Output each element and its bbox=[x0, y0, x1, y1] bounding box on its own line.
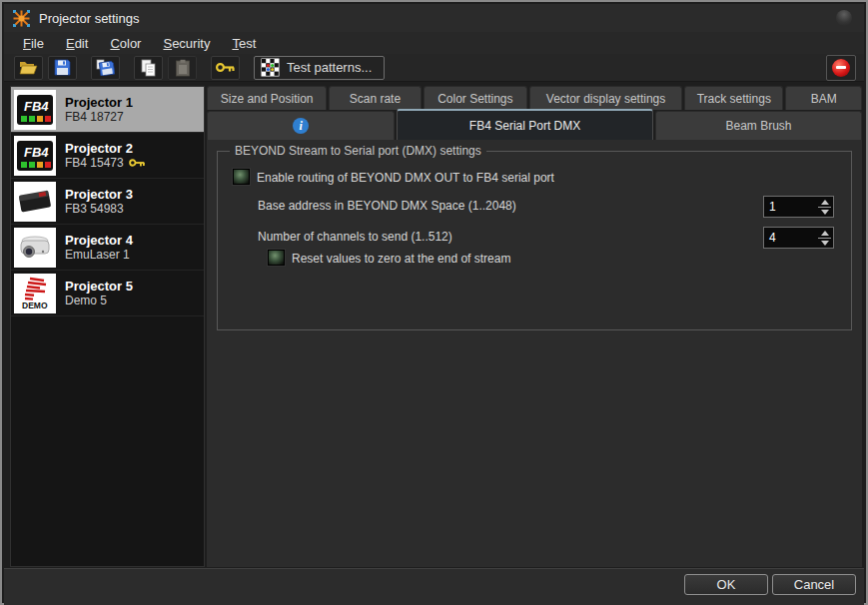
open-button[interactable] bbox=[14, 56, 43, 80]
save-as-floppy-icon bbox=[96, 59, 115, 76]
fb3-device-icon bbox=[14, 182, 56, 222]
projector-list-item-1[interactable]: FB4 Projector 1 FB4 18727 bbox=[11, 87, 204, 133]
dmx-settings-group: BEYOND Stream to Serial port (DMX) setti… bbox=[217, 151, 852, 330]
projector-name: Projector 5 bbox=[65, 279, 133, 294]
cancel-button[interactable]: Cancel bbox=[772, 574, 856, 595]
projector-settings-window: Projector settings File Edit Color Secur… bbox=[0, 0, 868, 605]
svg-text:FB4: FB4 bbox=[24, 145, 49, 160]
remove-projector-button[interactable] bbox=[826, 55, 856, 81]
copy-button[interactable] bbox=[134, 56, 163, 80]
test-patterns-button[interactable]: Test patterns... bbox=[254, 56, 385, 80]
projector-subtitle: FB3 54983 bbox=[65, 202, 124, 217]
channels-value: 4 bbox=[764, 228, 816, 248]
menu-file[interactable]: File bbox=[12, 34, 55, 53]
base-address-value: 1 bbox=[764, 197, 816, 217]
svg-text:DEMO: DEMO bbox=[22, 301, 48, 310]
save-as-button[interactable] bbox=[91, 56, 120, 80]
open-folder-icon bbox=[19, 60, 38, 75]
projector-list-item-4[interactable]: Projector 4 EmuLaser 1 bbox=[11, 225, 204, 271]
locked-key-icon bbox=[129, 158, 146, 168]
laser-burst-icon bbox=[12, 9, 31, 28]
reset-values-checkbox[interactable] bbox=[268, 250, 285, 266]
projector-list: FB4 Projector 1 FB4 18727 FB4 bbox=[10, 86, 205, 567]
menu-security[interactable]: Security bbox=[152, 34, 221, 53]
tab-bam[interactable]: BAM bbox=[785, 86, 862, 110]
tab-vector-display-settings[interactable]: Vector display settings bbox=[529, 86, 682, 110]
enable-routing-label: Enable routing of BEYOND DMX OUT to FB4 … bbox=[257, 171, 554, 185]
security-key-button[interactable] bbox=[211, 56, 240, 80]
fb4-device-icon: FB4 bbox=[14, 90, 56, 130]
tab-color-settings[interactable]: Color Settings bbox=[424, 86, 527, 110]
projector-name: Projector 1 bbox=[65, 95, 133, 110]
ok-button[interactable]: OK bbox=[684, 574, 768, 595]
channels-label: Number of channels to send (1..512) bbox=[258, 230, 452, 244]
spin-down-icon[interactable] bbox=[821, 210, 829, 215]
menu-color[interactable]: Color bbox=[99, 34, 152, 53]
emulaser-device-icon bbox=[14, 228, 56, 268]
channels-spin-arrows[interactable] bbox=[816, 228, 833, 248]
window-title: Projector settings bbox=[39, 11, 139, 26]
paste-clipboard-icon bbox=[175, 59, 191, 77]
copy-pages-icon bbox=[140, 59, 157, 77]
projector-subtitle: EmuLaser 1 bbox=[65, 248, 130, 263]
tab-row-1: Size and Position Scan rate Color Settin… bbox=[207, 86, 862, 110]
projector-subtitle: Demo 5 bbox=[65, 294, 107, 308]
tab-size-and-position[interactable]: Size and Position bbox=[207, 86, 327, 110]
projector-list-item-2[interactable]: FB4 Projector 2 FB4 15473 bbox=[11, 133, 204, 179]
footer-bar: OK Cancel bbox=[4, 568, 864, 605]
projector-subtitle: FB4 15473 bbox=[65, 156, 124, 171]
toolbar: Test patterns... bbox=[4, 54, 864, 82]
tab-scan-rate[interactable]: Scan rate bbox=[329, 86, 421, 110]
menu-edit[interactable]: Edit bbox=[55, 34, 99, 53]
spin-down-icon[interactable] bbox=[821, 241, 829, 246]
spin-up-icon[interactable] bbox=[821, 231, 829, 236]
test-patterns-icon bbox=[261, 58, 280, 77]
svg-text:FB4: FB4 bbox=[24, 99, 49, 114]
group-title: BEYOND Stream to Serial port (DMX) setti… bbox=[230, 144, 486, 158]
title-bar: Projector settings bbox=[4, 4, 864, 32]
fb4-serial-dmx-page: BEYOND Stream to Serial port (DMX) setti… bbox=[207, 140, 862, 567]
demo-device-icon: DEMO bbox=[14, 274, 56, 313]
paste-button[interactable] bbox=[168, 56, 197, 80]
remove-minus-icon bbox=[832, 59, 850, 77]
channels-spinbox[interactable]: 4 bbox=[763, 227, 834, 249]
tab-row-2: i FB4 Serial Port DMX Beam Brush bbox=[207, 111, 862, 140]
save-floppy-icon bbox=[54, 59, 71, 76]
test-patterns-label: Test patterns... bbox=[287, 60, 372, 75]
key-icon bbox=[216, 62, 236, 73]
info-icon: i bbox=[293, 118, 309, 134]
base-address-spinbox[interactable]: 1 bbox=[763, 196, 834, 218]
projector-name: Projector 3 bbox=[65, 187, 133, 202]
projector-subtitle: FB4 18727 bbox=[65, 110, 124, 125]
base-address-label: Base address in BEYOND DMX Space (1..204… bbox=[258, 199, 516, 213]
projector-name: Projector 4 bbox=[65, 233, 133, 248]
projector-list-item-3[interactable]: Projector 3 FB3 54983 bbox=[11, 179, 204, 225]
tab-track-settings[interactable]: Track settings bbox=[684, 86, 783, 110]
menu-test[interactable]: Test bbox=[221, 34, 267, 53]
save-button[interactable] bbox=[48, 56, 77, 80]
tab-beam-brush[interactable]: Beam Brush bbox=[655, 111, 862, 140]
spin-up-icon[interactable] bbox=[821, 200, 829, 205]
fb4-device-icon: FB4 bbox=[14, 136, 56, 176]
base-address-spin-arrows[interactable] bbox=[816, 197, 833, 217]
tab-info[interactable]: i bbox=[207, 111, 395, 140]
projector-list-item-5[interactable]: DEMO Projector 5 Demo 5 bbox=[11, 271, 204, 316]
tab-fb4-serial-port-dmx[interactable]: FB4 Serial Port DMX bbox=[397, 109, 653, 140]
menu-bar: File Edit Color Security Test bbox=[4, 32, 864, 54]
enable-routing-checkbox[interactable] bbox=[233, 169, 250, 185]
reset-values-label: Reset values to zero at the end of strea… bbox=[292, 252, 510, 266]
projector-name: Projector 2 bbox=[65, 141, 146, 156]
settings-content: Size and Position Scan rate Color Settin… bbox=[207, 86, 862, 567]
status-sphere-icon bbox=[836, 10, 852, 26]
